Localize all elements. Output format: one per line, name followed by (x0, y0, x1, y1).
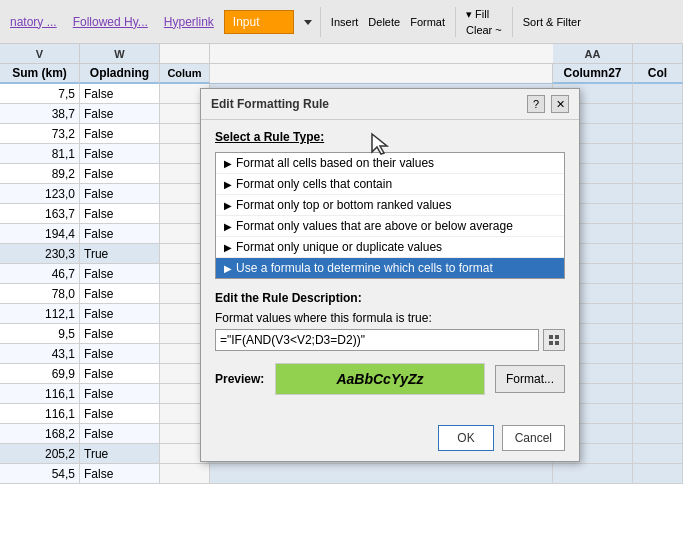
cell-v: 78,0 (0, 284, 80, 304)
cell-v: 54,5 (0, 464, 80, 484)
table-row: 54,5False (0, 464, 683, 484)
ribbon-tab-natory[interactable]: natory ... (4, 13, 63, 31)
cell-col (633, 204, 683, 224)
cell-w: False (80, 424, 160, 444)
cell-v: 43,1 (0, 344, 80, 364)
rule-item[interactable]: ▶Use a formula to determine which cells … (216, 258, 564, 278)
svg-rect-1 (549, 335, 553, 339)
clear-button[interactable]: Clear ~ (462, 23, 506, 37)
cell-w: False (80, 104, 160, 124)
cell-extra (160, 464, 210, 484)
preview-label: Preview: (215, 372, 265, 386)
dialog-title: Edit Formatting Rule (211, 97, 329, 111)
cell-v: 205,2 (0, 444, 80, 464)
edit-rule-desc-label: Edit the Rule Description: (215, 291, 565, 305)
cell-w: False (80, 324, 160, 344)
svg-rect-2 (555, 335, 559, 339)
rule-item[interactable]: ▶Format only cells that contain (216, 174, 564, 195)
formula-picker-button[interactable] (543, 329, 565, 351)
cell-w: False (80, 264, 160, 284)
cell-col (633, 444, 683, 464)
dialog-footer: OK Cancel (201, 419, 579, 461)
cell-w: False (80, 124, 160, 144)
rule-item[interactable]: ▶Format only top or bottom ranked values (216, 195, 564, 216)
rule-item-label: Format only top or bottom ranked values (236, 198, 451, 212)
dialog-close-button[interactable]: ✕ (551, 95, 569, 113)
delete-button[interactable]: Delete (364, 15, 404, 29)
cell-w: False (80, 464, 160, 484)
cell-w: False (80, 184, 160, 204)
cell-w: False (80, 144, 160, 164)
cell-v: 7,5 (0, 84, 80, 104)
cell-w: False (80, 224, 160, 244)
rule-item[interactable]: ▶Format only values that are above or be… (216, 216, 564, 237)
rule-item-label: Format all cells based on their values (236, 156, 434, 170)
sub-header-w: Opladning (80, 64, 160, 84)
cancel-button[interactable]: Cancel (502, 425, 565, 451)
cell-v: 89,2 (0, 164, 80, 184)
rule-arrow-icon: ▶ (224, 221, 232, 232)
cell-col (633, 184, 683, 204)
cell-col (633, 224, 683, 244)
cell-w: False (80, 164, 160, 184)
insert-button[interactable]: Insert (327, 15, 363, 29)
rule-item[interactable]: ▶Format all cells based on their values (216, 153, 564, 174)
cell-w: False (80, 404, 160, 424)
rule-item-label: Use a formula to determine which cells t… (236, 261, 493, 275)
cell-col (633, 104, 683, 124)
cell-col (633, 324, 683, 344)
ribbon-tab-followed[interactable]: Followed Hy... (67, 13, 154, 31)
cell-col (633, 464, 683, 484)
ok-button[interactable]: OK (438, 425, 493, 451)
sub-header-col: Col (633, 64, 683, 84)
sort-filter-button[interactable]: Sort & Filter (519, 15, 585, 29)
cell-v: 163,7 (0, 204, 80, 224)
fill-button[interactable]: ▾ Fill (462, 7, 506, 22)
format-button-dialog[interactable]: Format... (495, 365, 565, 393)
cell-v: 168,2 (0, 424, 80, 444)
format-button[interactable]: Format (406, 15, 449, 29)
dialog-controls: ? ✕ (527, 95, 569, 113)
cell-w: True (80, 244, 160, 264)
cell-col (633, 124, 683, 144)
dialog-help-button[interactable]: ? (527, 95, 545, 113)
rule-item-label: Format only values that are above or bel… (236, 219, 513, 233)
svg-marker-0 (304, 20, 312, 25)
cell-col (633, 404, 683, 424)
cell-w: False (80, 84, 160, 104)
separator-1 (320, 7, 321, 37)
separator-3 (512, 7, 513, 37)
cell-w: True (80, 444, 160, 464)
column-headers: V W AA (0, 44, 683, 64)
col-header-aa: AA (553, 44, 633, 63)
cell-col (633, 384, 683, 404)
dialog-body: Select a Rule Type: ▶Format all cells ba… (201, 120, 579, 419)
rule-arrow-icon: ▶ (224, 179, 232, 190)
cell-v: 112,1 (0, 304, 80, 324)
select-rule-type-label: Select a Rule Type: (215, 130, 565, 144)
rule-item[interactable]: ▶Format only unique or duplicate values (216, 237, 564, 258)
col-header-extra (160, 44, 210, 63)
rule-item-label: Format only unique or duplicate values (236, 240, 442, 254)
col-header-w: W (80, 44, 160, 63)
formula-input[interactable] (215, 329, 539, 351)
separator-2 (455, 7, 456, 37)
preview-row: Preview: AaBbCcYyZz Format... (215, 363, 565, 395)
cell-col (633, 244, 683, 264)
cell-v: 194,4 (0, 224, 80, 244)
cell-col (633, 364, 683, 384)
cell-v: 38,7 (0, 104, 80, 124)
rule-item-label: Format only cells that contain (236, 177, 392, 191)
input-style-box[interactable]: Input (224, 10, 294, 34)
cell-w: False (80, 204, 160, 224)
cell-col (633, 284, 683, 304)
cell-v: 81,1 (0, 144, 80, 164)
cell-v: 73,2 (0, 124, 80, 144)
cell-v: 116,1 (0, 384, 80, 404)
cell-col (633, 304, 683, 324)
cell-col (633, 424, 683, 444)
sub-header-extra: Colum (160, 64, 210, 84)
cell-v: 46,7 (0, 264, 80, 284)
cell-col (633, 164, 683, 184)
ribbon-tab-hyperlink[interactable]: Hyperlink (158, 13, 220, 31)
